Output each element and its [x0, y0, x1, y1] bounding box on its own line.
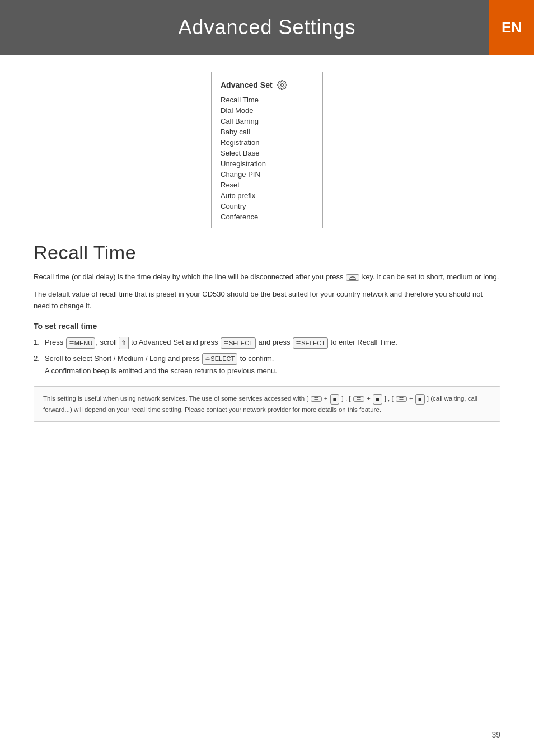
select-btn-icon-2 [296, 341, 301, 345]
menu-box-wrapper: Advanced Set Recall Time Dial Mode Call … [34, 72, 500, 228]
instructions-list: 1. Press MENU , scroll ⇧ to Advanced Set… [34, 336, 500, 377]
recall-time-title: Recall Time [34, 242, 500, 264]
flash-key-2 [353, 396, 364, 402]
menu-item-registration[interactable]: Registration [212, 137, 322, 148]
menu-item-reset[interactable]: Reset [212, 180, 322, 190]
off-hook-key [346, 274, 359, 281]
gear-icon [277, 80, 287, 90]
flash-key-3 [396, 396, 407, 402]
menu-box-title: Advanced Set [212, 78, 322, 95]
svg-point-0 [280, 84, 283, 87]
select-btn-icon-1 [223, 341, 229, 345]
recall-time-section: Recall Time Recall time (or dial delay) … [34, 242, 500, 422]
select-key-btn-2: SELECT [293, 337, 328, 349]
menu-item-auto-prefix[interactable]: Auto prefix [212, 190, 322, 201]
recall-time-para2: The default value of recall time that is… [34, 289, 500, 312]
menu-item-baby-call[interactable]: Baby call [212, 126, 322, 137]
step-num-1: 1. [34, 336, 40, 349]
digit-key-2: ■ [373, 394, 382, 405]
page-title: Advanced Settings [0, 16, 534, 39]
instruction-step-2: 2. Scroll to select Short / Medium / Lon… [34, 353, 500, 377]
phone-key-icon [349, 275, 357, 280]
flash-icon-1 [313, 397, 319, 401]
digit-key-1: ■ [330, 394, 340, 405]
instruction-step-1: 1. Press MENU , scroll ⇧ to Advanced Set… [34, 336, 500, 349]
info-box: This setting is useful when using networ… [34, 386, 500, 422]
select-btn-icon-3 [205, 357, 210, 361]
menu-item-dial-mode[interactable]: Dial Mode [212, 105, 322, 116]
select-key-btn-3: SELECT [202, 353, 237, 365]
flash-icon-2 [356, 397, 362, 401]
scroll-icon: ⇧ [119, 337, 129, 349]
main-content: Advanced Set Recall Time Dial Mode Call … [0, 55, 534, 444]
language-badge: EN [489, 0, 534, 55]
header-banner: Advanced Settings EN [0, 0, 534, 55]
menu-item-country[interactable]: Country [212, 201, 322, 212]
recall-time-subsection-title: To set recall time [34, 322, 500, 331]
recall-time-para1: Recall time (or dial delay) is the time … [34, 271, 500, 283]
flash-icon-3 [399, 397, 404, 401]
menu-btn-icon [69, 341, 74, 345]
page-number: 39 [491, 730, 500, 739]
select-key-btn-1: SELECT [221, 337, 256, 349]
digit-key-3: ■ [415, 394, 425, 405]
menu-item-conference[interactable]: Conference [212, 212, 322, 222]
menu-item-recall-time[interactable]: Recall Time [212, 95, 322, 105]
menu-item-unregistration[interactable]: Unregistration [212, 158, 322, 169]
menu-item-change-pin[interactable]: Change PIN [212, 169, 322, 180]
info-box-text: This setting is useful when using networ… [43, 393, 491, 415]
flash-key-1 [311, 396, 322, 402]
menu-key-btn: MENU [66, 337, 95, 349]
menu-item-call-barring[interactable]: Call Barring [212, 116, 322, 126]
menu-box: Advanced Set Recall Time Dial Mode Call … [211, 72, 323, 228]
menu-item-select-base[interactable]: Select Base [212, 148, 322, 158]
step-num-2: 2. [34, 353, 40, 365]
